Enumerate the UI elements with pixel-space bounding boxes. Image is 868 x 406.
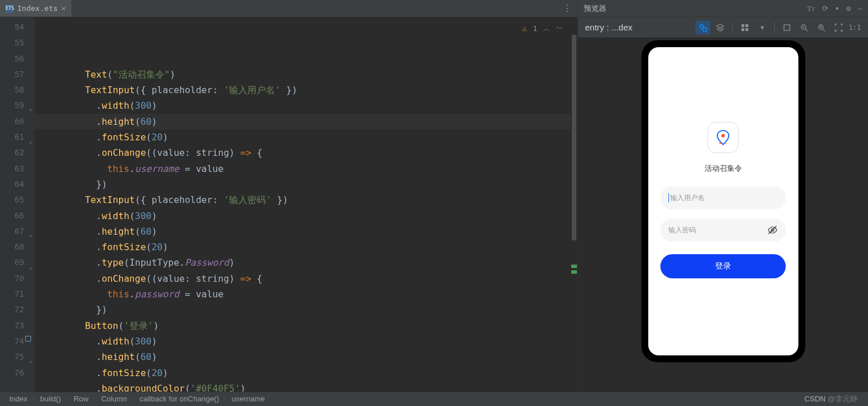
preview-canvas: 活动召集令 输入用户名 输入密码 登录	[578, 38, 868, 392]
editor-body[interactable]: 5455565758596061626364656667686970717273…	[0, 17, 578, 392]
password-placeholder: 输入密码	[668, 225, 696, 235]
login-button[interactable]: 登录	[660, 254, 786, 278]
file-tab[interactable]: ETS Index.ets ×	[0, 0, 71, 17]
fold-icon[interactable]: ▾	[29, 228, 32, 244]
warning-icon: ⚠	[522, 21, 527, 36]
status-bar: Index〉build()〉Row〉Column〉callback for on…	[0, 392, 868, 406]
ratio-label[interactable]: 1:1	[848, 21, 861, 35]
svg-point-17	[725, 143, 727, 144]
minimize-icon[interactable]: —	[858, 4, 862, 13]
fullscreen-icon[interactable]	[831, 21, 846, 35]
tab-menu-icon[interactable]: ⋮	[563, 3, 578, 14]
gear-icon[interactable]: ⚙	[846, 4, 851, 13]
text-cursor	[668, 193, 669, 202]
device-screen[interactable]: 活动召集令 输入用户名 输入密码 登录	[648, 47, 798, 355]
ets-file-icon: ETS	[6, 5, 14, 13]
line-gutter: 5455565758596061626364656667686970717273…	[0, 17, 35, 392]
close-icon[interactable]: ×	[61, 4, 66, 13]
zoom-out-icon[interactable]	[797, 21, 812, 35]
layers-icon[interactable]	[713, 21, 728, 35]
eye-off-icon[interactable]	[767, 225, 778, 235]
code-area[interactable]: Text("活动召集令") TextInput({ placeholder: '…	[35, 17, 578, 392]
svg-rect-5	[745, 28, 748, 31]
font-size-icon[interactable]: TT	[807, 4, 815, 13]
entry-label[interactable]: entry : ...dex	[585, 22, 633, 32]
password-input[interactable]: 输入密码	[660, 219, 786, 242]
breakpoint-marker[interactable]	[25, 336, 31, 342]
preview-pane: 预览器 TT ⟳ ▾ ⚙ — entry : ...dex	[578, 0, 868, 392]
fold-icon[interactable]: ▾	[29, 102, 32, 118]
tab-bar: ETS Index.ets × ⋮	[0, 0, 578, 17]
svg-rect-6	[784, 25, 790, 30]
svg-rect-2	[741, 24, 744, 27]
crop-icon[interactable]	[779, 21, 794, 35]
svg-rect-4	[741, 28, 744, 31]
inspect-icon[interactable]	[695, 21, 710, 35]
svg-line-8	[805, 29, 808, 31]
dropdown-icon[interactable]: ▾	[755, 21, 770, 35]
login-label: 登录	[715, 261, 731, 271]
fold-icon[interactable]: ▾	[29, 354, 32, 370]
zoom-in-icon[interactable]	[814, 21, 829, 35]
svg-point-15	[720, 143, 721, 144]
plug-icon[interactable]: ▾	[835, 4, 840, 13]
fold-end-icon[interactable]: ▴	[29, 134, 32, 150]
preview-toolbar: entry : ...dex ▾	[578, 17, 868, 38]
app-logo	[708, 122, 739, 153]
svg-rect-3	[745, 24, 748, 27]
username-placeholder: 输入用户名	[670, 193, 705, 203]
svg-rect-1	[703, 28, 706, 31]
inspection-panel[interactable]: ⚠ 1 ︿ ﹀	[522, 21, 564, 36]
tab-filename: Index.ets	[17, 4, 58, 13]
app-title: 活动召集令	[705, 163, 742, 174]
grid-icon[interactable]	[737, 21, 752, 35]
username-input[interactable]: 输入用户名	[660, 186, 786, 209]
watermark: CSDN @李元静	[804, 394, 861, 404]
warning-count: 1	[533, 21, 537, 36]
breadcrumb[interactable]: Index〉build()〉Row〉Column〉callback for on…	[7, 394, 267, 404]
next-highlight-icon[interactable]: ﹀	[556, 21, 564, 36]
refresh-icon[interactable]: ⟳	[822, 4, 828, 13]
prev-highlight-icon[interactable]: ︿	[543, 21, 550, 36]
preview-header: 预览器 TT ⟳ ▾ ⚙ —	[578, 0, 868, 17]
svg-point-16	[722, 144, 724, 145]
editor-pane: ETS Index.ets × ⋮ 5455565758596061626364…	[0, 0, 578, 392]
svg-line-11	[823, 29, 825, 31]
fold-end-icon[interactable]: ▴	[29, 260, 32, 275]
svg-point-14	[721, 134, 725, 137]
preview-title: 预览器	[584, 3, 606, 14]
device-frame: 活动召集令 输入用户名 输入密码 登录	[641, 40, 805, 362]
